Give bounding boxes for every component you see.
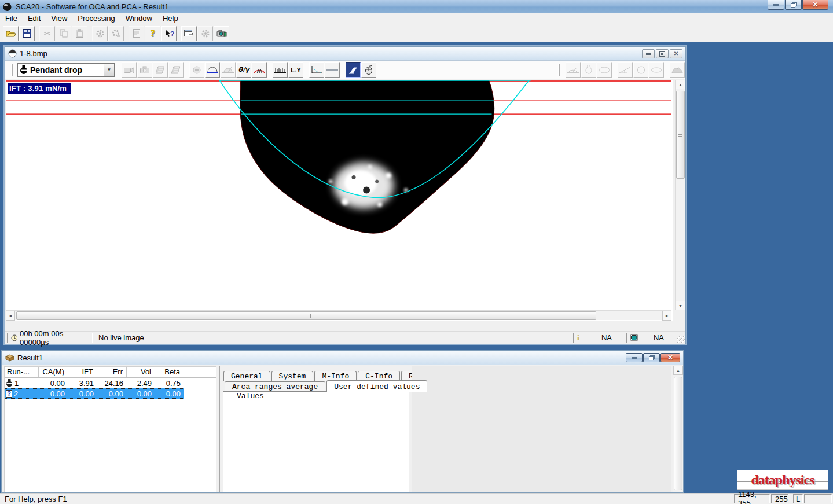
snapshot-tool-button[interactable] xyxy=(214,26,229,41)
ly-label: L-Y xyxy=(291,67,301,73)
horizontal-line-button[interactable] xyxy=(325,62,340,78)
live-settings-button[interactable] xyxy=(108,26,124,41)
manual-fit-button[interactable] xyxy=(252,62,267,78)
context-help-button[interactable]: ? xyxy=(161,26,177,41)
col-err[interactable]: Err xyxy=(97,367,127,377)
menu-processing[interactable]: Processing xyxy=(72,13,120,24)
minimize-button[interactable] xyxy=(768,0,784,10)
scroll-down-button[interactable]: ▼ xyxy=(676,301,685,310)
result-close-button[interactable]: ✕ xyxy=(660,353,680,362)
tilted-fit-button[interactable] xyxy=(221,62,236,78)
col-ca[interactable]: CA(M) xyxy=(39,367,68,377)
magic-wand-button[interactable] xyxy=(346,62,361,78)
image-window: 1-8.bmp ✕ Pendant drop ▼ xyxy=(5,46,686,344)
image-minimize-button[interactable] xyxy=(642,49,655,58)
result-restore-button[interactable] xyxy=(643,353,660,362)
film-tool-1-button[interactable] xyxy=(153,62,168,78)
baseline-button[interactable] xyxy=(273,62,288,78)
save-button[interactable] xyxy=(19,26,35,41)
scroll-up-button[interactable]: ▲ xyxy=(673,366,683,375)
mouse-tool-button[interactable] xyxy=(361,62,376,78)
frame-value: NA xyxy=(654,333,664,342)
settings-button[interactable] xyxy=(92,26,108,41)
tilt-angle-button[interactable] xyxy=(618,62,633,78)
col-vol[interactable]: Vol xyxy=(127,367,155,377)
circle-icon xyxy=(637,66,645,74)
dropdown-arrow-icon[interactable]: ▼ xyxy=(104,64,114,76)
sessile-fit-button[interactable] xyxy=(205,62,220,78)
menu-edit[interactable]: Edit xyxy=(23,13,46,24)
vertical-scroll-thumb[interactable] xyxy=(674,377,682,490)
mdi-workspace: 1-8.bmp ✕ Pendant drop ▼ xyxy=(0,42,833,493)
cut-scissors-icon: ✂ xyxy=(44,29,51,38)
result-vertical-scrollbar[interactable]: ▲ xyxy=(673,366,682,492)
close-icon: ✕ xyxy=(812,1,818,8)
scroll-left-button[interactable]: ◄ xyxy=(6,311,15,321)
vertical-scroll-thumb[interactable] xyxy=(676,91,685,179)
app-icon xyxy=(2,2,12,12)
table-row-1[interactable]: 1 0.00 3.91 24.16 2.49 0.75 xyxy=(5,378,216,388)
help-button[interactable]: ? xyxy=(145,26,160,41)
col-beta[interactable]: Beta xyxy=(155,367,184,377)
image-horizontal-scrollbar[interactable]: ◄ ► xyxy=(6,310,671,320)
open-button[interactable] xyxy=(3,26,19,41)
tab-user-defined-values[interactable]: User defined values xyxy=(326,380,427,392)
image-close-button[interactable]: ✕ xyxy=(670,49,682,58)
snapshot-camera-icon xyxy=(216,29,227,38)
menu-window[interactable]: Window xyxy=(120,13,157,24)
status-bar: For Help, press F1 1143, 355 255 L xyxy=(0,493,833,504)
method-dropdown[interactable]: Pendant drop ▼ xyxy=(17,63,115,77)
cut-button[interactable]: ✂ xyxy=(39,26,55,41)
minimize-icon xyxy=(646,53,651,55)
pendant-outline-button[interactable] xyxy=(581,62,596,78)
copy-button[interactable] xyxy=(56,26,71,41)
resize-grip[interactable] xyxy=(677,336,685,343)
scroll-up-button[interactable]: ▲ xyxy=(676,80,685,89)
ellipse-fit-button[interactable] xyxy=(597,62,612,78)
flat-ellipse-button[interactable] xyxy=(649,62,664,78)
image-maximize-button[interactable] xyxy=(656,49,669,58)
scroll-right-button[interactable]: ► xyxy=(662,311,671,321)
close-button[interactable]: ✕ xyxy=(802,0,828,10)
col-run[interactable]: Run-... xyxy=(5,367,39,377)
paste-button[interactable] xyxy=(72,26,87,41)
sessile-needle-button[interactable] xyxy=(566,62,581,78)
restore-button[interactable] xyxy=(785,0,802,10)
col-ift[interactable]: IFT xyxy=(68,367,97,377)
frame-panel: NA xyxy=(626,333,676,343)
menu-help[interactable]: Help xyxy=(157,13,184,24)
result-window-titlebar[interactable]: Result1 ✕ xyxy=(2,351,683,365)
thick-line-icon xyxy=(326,68,338,72)
device-settings-button[interactable] xyxy=(197,26,213,41)
report-button[interactable] xyxy=(129,26,144,41)
table-tabs-splitter[interactable] xyxy=(218,366,220,492)
cell-beta: 0.00 xyxy=(155,389,184,398)
hand-arc-icon xyxy=(253,65,266,75)
new-result-window-button[interactable] xyxy=(181,26,197,41)
toolbar-grip[interactable] xyxy=(11,64,13,76)
video-camera-icon xyxy=(124,67,134,73)
result-minimize-button[interactable] xyxy=(626,353,643,362)
circle-fit-button[interactable] xyxy=(189,62,204,78)
tab-content-panel: Values xyxy=(223,391,409,492)
snapshot-button[interactable] xyxy=(137,62,152,78)
menu-file[interactable]: File xyxy=(0,13,23,24)
table-row-2-selected[interactable]: ? 2 0.00 0.00 0.00 0.00 0.00 xyxy=(5,388,184,399)
image-window-titlebar[interactable]: 1-8.bmp ✕ xyxy=(5,47,685,61)
film-tool-2-button[interactable] xyxy=(168,62,184,78)
horizontal-scroll-thumb[interactable] xyxy=(16,311,596,320)
image-vertical-scrollbar[interactable]: ▲ ▼ xyxy=(675,80,685,310)
tab-general[interactable]: General xyxy=(223,371,270,381)
gear2-icon xyxy=(201,29,210,38)
tab-system[interactable]: System xyxy=(271,371,314,381)
menu-view[interactable]: View xyxy=(46,13,72,24)
ly-button[interactable]: L-Y xyxy=(288,62,303,78)
toolbar-grip-2[interactable] xyxy=(558,64,560,76)
circle-button[interactable] xyxy=(633,62,648,78)
live-video-button[interactable] xyxy=(122,62,137,78)
profile-curve-button[interactable] xyxy=(309,62,324,78)
theta-gamma-button[interactable]: θ/γ xyxy=(236,62,251,78)
drop-image-canvas[interactable]: IFT : 3.91 mN/m xyxy=(6,80,673,321)
mountain-fit-button[interactable] xyxy=(670,62,685,78)
tab-area-ranges-average[interactable]: Arca ranges average xyxy=(225,381,325,392)
